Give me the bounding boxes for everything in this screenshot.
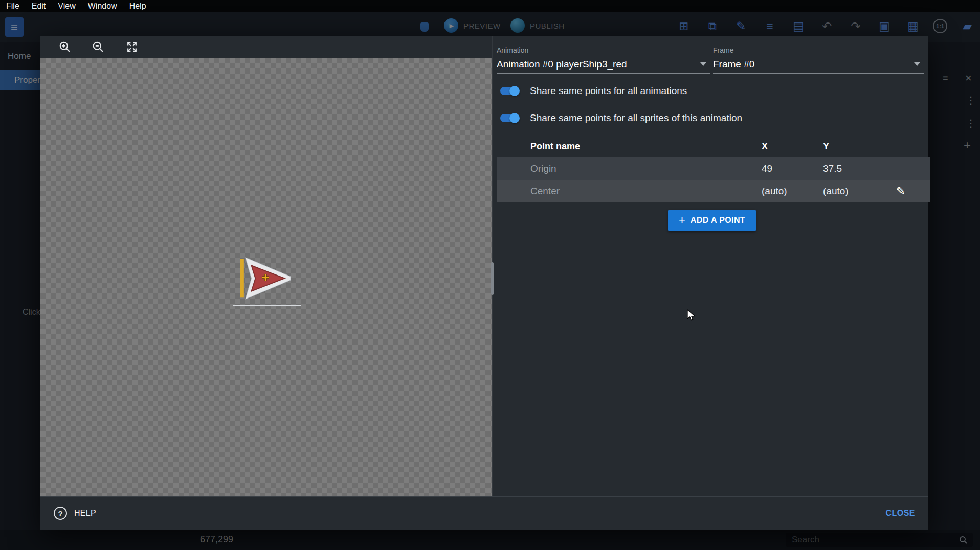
animation-select[interactable]: Animation Animation #0 playerShip3_red (497, 44, 710, 74)
animation-select-label: Animation (497, 46, 710, 54)
canvas-toolbar (40, 36, 492, 58)
toggle-switch-icon[interactable] (499, 112, 520, 124)
zoom-in-icon (58, 40, 72, 54)
zoom-in-button[interactable] (57, 39, 73, 55)
origin-point-marker[interactable] (261, 273, 270, 282)
zoom-out-button[interactable] (91, 39, 106, 55)
sprite-canvas-area (40, 36, 492, 496)
menu-bar: File Edit View Window Help (0, 0, 980, 12)
point-y-value: 37.5 (823, 157, 842, 180)
toggle-thumb (509, 113, 520, 123)
menu-edit[interactable]: Edit (26, 2, 52, 11)
app-window: File Edit View Window Help ≡ ▶ PREVIEW P… (0, 0, 980, 550)
help-button[interactable]: ? HELP (54, 507, 96, 520)
close-button[interactable]: CLOSE (885, 509, 915, 518)
toggle-switch-icon[interactable] (499, 85, 520, 97)
chevron-down-icon (700, 62, 706, 66)
animation-select-value: Animation #0 playerShip3_red (497, 58, 710, 71)
points-panel: Animation Animation #0 playerShip3_red F… (493, 36, 928, 496)
y-header: Y (823, 136, 829, 156)
help-label: HELP (74, 509, 96, 518)
plus-icon: + (679, 215, 685, 226)
share-points-all-sprites-toggle[interactable]: Share same points for all sprites of thi… (499, 109, 742, 127)
add-point-label: ADD A POINT (691, 216, 745, 225)
toggle-label: Share same points for all animations (530, 85, 687, 97)
x-header: X (762, 136, 768, 156)
point-name: Origin (530, 157, 556, 180)
point-row-center[interactable]: Center (auto) (auto) ✎ (497, 180, 930, 202)
dialog-footer: ? HELP CLOSE (40, 496, 928, 530)
add-point-button[interactable]: + ADD A POINT (668, 210, 756, 231)
menu-help[interactable]: Help (123, 2, 152, 11)
point-name-header: Point name (530, 136, 580, 156)
menu-window[interactable]: Window (82, 2, 123, 11)
edit-point-button[interactable]: ✎ (888, 180, 913, 202)
point-y-value: (auto) (823, 180, 849, 202)
fit-view-button[interactable] (124, 39, 140, 55)
frame-select-value: Frame #0 (713, 58, 924, 71)
chevron-down-icon (914, 62, 920, 66)
share-points-all-animations-toggle[interactable]: Share same points for all animations (499, 82, 687, 100)
toggle-thumb (509, 86, 520, 96)
point-row-origin[interactable]: Origin 49 37.5 (497, 157, 930, 180)
help-icon: ? (54, 507, 67, 520)
menu-view[interactable]: View (52, 2, 81, 11)
point-x-value: 49 (762, 157, 772, 180)
point-x-value: (auto) (762, 180, 787, 202)
mouse-cursor (686, 309, 697, 322)
frame-select-label: Frame (713, 46, 924, 54)
frame-select[interactable]: Frame Frame #0 (713, 44, 924, 74)
edit-points-dialog: Animation Animation #0 playerShip3_red F… (40, 36, 928, 530)
menu-file[interactable]: File (0, 2, 26, 11)
expand-icon (125, 40, 139, 54)
toggle-label: Share same points for all sprites of thi… (530, 112, 742, 124)
point-name: Center (530, 180, 560, 202)
pencil-icon: ✎ (896, 185, 905, 198)
zoom-out-icon (92, 40, 105, 54)
